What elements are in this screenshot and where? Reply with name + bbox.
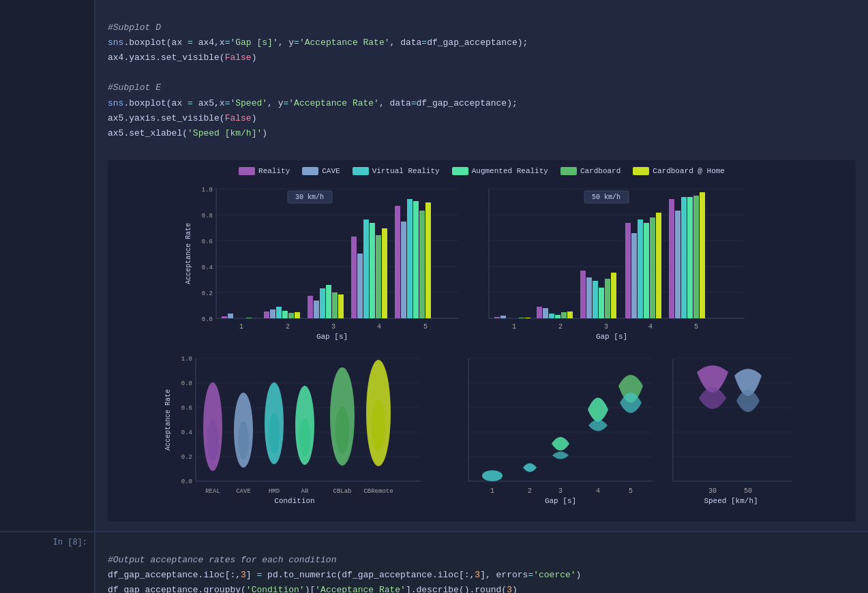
- svg-text:1: 1: [239, 323, 243, 331]
- svg-rect-25: [288, 313, 294, 318]
- code-sns: sns: [108, 37, 123, 48]
- svg-rect-41: [407, 199, 413, 318]
- legend-label-cardboard: Cardboard: [580, 167, 620, 175]
- svg-rect-44: [425, 202, 431, 318]
- svg-text:0.2: 0.2: [181, 454, 192, 461]
- svg-text:AR: AR: [301, 488, 308, 495]
- legend-swatch-ar: [452, 167, 468, 175]
- svg-rect-30: [326, 285, 331, 318]
- svg-rect-90: [700, 192, 705, 318]
- chart-legend: Reality CAVE Virtual Reality Augmented R…: [108, 167, 856, 175]
- svg-point-119: [269, 413, 280, 454]
- svg-rect-81: [638, 219, 643, 318]
- svg-rect-32: [338, 294, 344, 318]
- svg-text:5: 5: [628, 487, 632, 495]
- svg-rect-35: [363, 219, 369, 318]
- svg-text:Acceptance Rate: Acceptance Rate: [164, 389, 172, 451]
- svg-text:CBLab: CBLab: [333, 488, 351, 495]
- svg-text:Gap [s]: Gap [s]: [316, 333, 347, 341]
- svg-text:1: 1: [490, 487, 494, 495]
- svg-rect-77: [605, 279, 610, 318]
- legend-vr: Virtual Reality: [353, 167, 440, 175]
- violin-speed-chart: 30 50 Speed [km/h]: [666, 352, 799, 508]
- svg-text:4: 4: [595, 487, 599, 495]
- svg-text:2: 2: [527, 487, 531, 495]
- violin-gap-chart: 1 2 3 4 5 Gap [s]: [462, 352, 659, 508]
- svg-text:0.0: 0.0: [201, 316, 212, 323]
- svg-text:50 km/h: 50 km/h: [591, 194, 620, 201]
- output-cell: In [8]: #Output acceptance rates for eac…: [0, 532, 868, 593]
- svg-rect-85: [669, 199, 674, 318]
- output-comment: #Output acceptance rates for each condit…: [108, 555, 336, 565]
- svg-point-121: [299, 418, 310, 456]
- legend-label-cardboard-home: Cardboard @ Home: [653, 167, 725, 175]
- legend-swatch-cardboard-home: [633, 167, 649, 175]
- svg-rect-79: [625, 223, 631, 318]
- legend-reality: Reality: [239, 167, 290, 175]
- svg-text:1.0: 1.0: [181, 356, 192, 363]
- svg-rect-88: [687, 197, 693, 318]
- svg-point-117: [238, 421, 249, 459]
- svg-rect-82: [644, 223, 649, 318]
- chart-50kmh: 1 2 3 4 5 Gap [s] 50 km/h: [482, 182, 782, 349]
- svg-rect-72: [567, 311, 573, 318]
- top-charts-row: 0.0 0.2 0.4 0.6 0.8 1.0 Acceptance Rate: [108, 182, 856, 349]
- svg-text:0.8: 0.8: [181, 380, 192, 387]
- svg-rect-73: [580, 271, 586, 318]
- legend-label-vr: Virtual Reality: [372, 167, 440, 175]
- svg-rect-34: [357, 254, 363, 318]
- svg-rect-33: [351, 237, 357, 318]
- svg-text:0.4: 0.4: [201, 264, 212, 271]
- legend-label-reality: Reality: [258, 167, 290, 175]
- svg-rect-83: [650, 217, 655, 318]
- svg-rect-29: [320, 288, 325, 318]
- svg-rect-42: [413, 201, 419, 318]
- svg-text:0.8: 0.8: [201, 213, 212, 219]
- svg-rect-70: [555, 315, 560, 318]
- legend-label-cave: CAVE: [322, 167, 340, 175]
- svg-rect-66: [525, 318, 530, 318]
- svg-rect-21: [264, 311, 269, 318]
- legend-cave: CAVE: [302, 167, 340, 175]
- svg-rect-38: [382, 228, 387, 318]
- svg-rect-62: [500, 316, 506, 318]
- svg-rect-75: [593, 281, 598, 318]
- svg-text:Acceptance Rate: Acceptance Rate: [185, 223, 192, 284]
- svg-rect-87: [681, 197, 687, 318]
- svg-rect-37: [376, 235, 381, 318]
- svg-rect-16: [228, 314, 233, 318]
- svg-rect-133: [468, 359, 653, 481]
- svg-text:2: 2: [558, 323, 562, 331]
- svg-text:1.0: 1.0: [201, 187, 212, 194]
- svg-point-123: [335, 406, 349, 454]
- svg-text:0.4: 0.4: [181, 429, 192, 436]
- legend-swatch-vr: [353, 167, 369, 175]
- svg-text:0.6: 0.6: [181, 405, 192, 412]
- legend-ar: Augmented Reality: [452, 167, 548, 175]
- svg-text:0.6: 0.6: [201, 239, 212, 245]
- svg-point-141: [482, 470, 503, 481]
- svg-text:2: 2: [285, 323, 289, 331]
- svg-rect-80: [631, 233, 637, 318]
- svg-rect-61: [494, 317, 500, 318]
- output-cell-gutter: In [8]:: [0, 532, 95, 593]
- svg-rect-74: [586, 277, 592, 318]
- legend-cardboard-home: Cardboard @ Home: [633, 167, 725, 175]
- svg-text:REAL: REAL: [205, 488, 220, 495]
- svg-text:30: 30: [708, 487, 716, 495]
- svg-rect-40: [401, 222, 406, 318]
- svg-text:3: 3: [558, 487, 562, 495]
- comment-subplot-d: #Subplot D: [108, 22, 161, 33]
- svg-rect-76: [599, 288, 604, 318]
- svg-text:CAVE: CAVE: [236, 488, 251, 495]
- svg-rect-28: [314, 301, 319, 318]
- svg-text:3: 3: [603, 323, 608, 331]
- legend-swatch-cardboard: [560, 167, 577, 175]
- svg-rect-23: [276, 307, 282, 318]
- svg-rect-53: [489, 189, 745, 318]
- violin-gap: 1 2 3 4 5 Gap [s]: [462, 352, 666, 512]
- output-code-block: #Output acceptance rates for each condit…: [108, 538, 856, 593]
- svg-rect-86: [675, 211, 680, 318]
- svg-rect-26: [295, 312, 300, 318]
- violin-condition: 0.0 0.2 0.4 0.6 0.8 1.0 Acceptance Rate: [162, 352, 462, 512]
